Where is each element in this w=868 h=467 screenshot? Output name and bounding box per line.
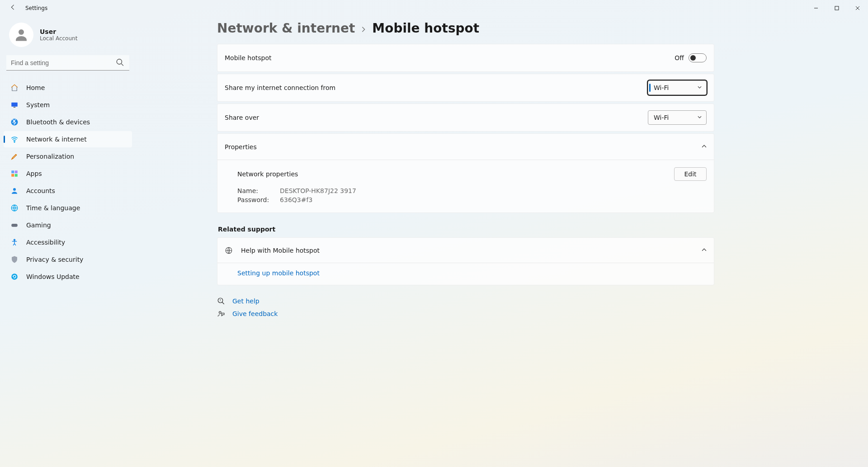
sidebar-item-label: Accounts <box>26 187 55 194</box>
sidebar-item-home[interactable]: Home <box>4 80 132 96</box>
sidebar-item-label: Gaming <box>26 222 51 229</box>
user-name: User <box>40 28 77 35</box>
give-feedback-link[interactable]: Give feedback <box>217 310 714 318</box>
svg-line-22 <box>222 302 224 304</box>
sidebar-item-label: Home <box>26 84 45 91</box>
svg-point-15 <box>13 188 16 191</box>
sidebar-item-privacy[interactable]: Privacy & security <box>4 251 132 268</box>
brush-icon <box>9 152 20 160</box>
window-controls <box>806 1 868 15</box>
svg-point-18 <box>14 239 15 241</box>
chevron-right-icon <box>360 24 367 35</box>
svg-point-24 <box>219 311 222 314</box>
chevron-down-icon <box>698 85 702 90</box>
update-icon <box>9 273 20 281</box>
back-button[interactable] <box>8 4 17 12</box>
sidebar-item-personalization[interactable]: Personalization <box>4 148 132 165</box>
properties-expander-head[interactable]: Properties <box>217 134 714 160</box>
sidebar-item-accessibility[interactable]: Accessibility <box>4 234 132 250</box>
close-button[interactable] <box>847 1 868 15</box>
select-value: Wi-Fi <box>654 84 669 91</box>
accessibility-icon <box>9 238 20 246</box>
sidebar-item-label: Accessibility <box>26 239 65 246</box>
nav: Home System Bluetooth & devices Network … <box>4 80 132 285</box>
card-share-from: Share my internet connection from Wi-Fi <box>217 74 714 102</box>
person-icon <box>9 187 20 195</box>
svg-rect-13 <box>11 174 14 177</box>
globe-help-icon <box>225 246 234 255</box>
svg-rect-11 <box>11 170 14 173</box>
prop-pass-key: Password: <box>237 196 269 203</box>
svg-line-6 <box>121 64 123 66</box>
svg-text:?: ? <box>219 299 221 302</box>
user-profile[interactable]: User Local Account <box>4 19 132 55</box>
bluetooth-icon <box>9 118 20 126</box>
sidebar-item-update[interactable]: Windows Update <box>4 269 132 285</box>
footer-links: ? Get help Give feedback <box>217 297 714 318</box>
properties-title: Properties <box>225 143 257 151</box>
search-wrap <box>6 55 129 71</box>
share-from-label: Share my internet connection from <box>225 84 335 91</box>
sidebar-item-label: System <box>26 101 50 108</box>
hotspot-state-label: Off <box>675 54 684 61</box>
sidebar-item-time[interactable]: Time & language <box>4 200 132 216</box>
minimize-button[interactable] <box>806 1 826 15</box>
home-icon <box>9 84 20 92</box>
card-properties: Properties Network properties Edit Name: <box>217 133 714 213</box>
card-share-over: Share over Wi-Fi <box>217 104 714 132</box>
titlebar: Settings <box>0 0 868 16</box>
svg-rect-8 <box>14 107 16 108</box>
edit-button[interactable]: Edit <box>674 167 707 181</box>
svg-point-10 <box>14 142 15 142</box>
prop-name-value: DESKTOP-HK87J22 3917 <box>280 187 356 194</box>
gamepad-icon <box>9 221 20 229</box>
sidebar-item-apps[interactable]: Apps <box>4 165 132 182</box>
user-sub: Local Account <box>40 35 77 42</box>
sidebar-item-label: Apps <box>26 170 42 177</box>
svg-rect-17 <box>11 224 18 227</box>
get-help-link[interactable]: ? Get help <box>217 297 714 305</box>
network-properties-label: Network properties <box>237 170 298 178</box>
help-expander-head[interactable]: Help with Mobile hotspot <box>217 238 714 263</box>
breadcrumb-parent[interactable]: Network & internet <box>217 21 355 36</box>
svg-rect-7 <box>11 103 18 107</box>
svg-point-5 <box>117 59 122 64</box>
maximize-button[interactable] <box>826 1 847 15</box>
shield-icon <box>9 255 20 264</box>
sidebar-item-network[interactable]: Network & internet <box>4 131 132 147</box>
page-title: Mobile hotspot <box>372 21 479 36</box>
sidebar-item-system[interactable]: System <box>4 97 132 113</box>
card-hotspot: Mobile hotspot Off <box>217 44 714 72</box>
related-support-title: Related support <box>218 226 714 233</box>
prop-name-key: Name: <box>237 187 269 194</box>
globe-clock-icon <box>9 204 20 212</box>
chevron-down-icon <box>698 115 702 120</box>
system-icon <box>9 101 20 109</box>
search-input[interactable] <box>6 55 129 71</box>
svg-rect-14 <box>15 174 18 177</box>
chevron-up-icon <box>702 144 707 150</box>
sidebar-item-label: Privacy & security <box>26 256 83 263</box>
feedback-icon <box>217 310 225 318</box>
hotspot-toggle[interactable] <box>689 53 707 62</box>
share-over-label: Share over <box>225 114 259 121</box>
properties-body: Network properties Edit Name: DESKTOP-HK… <box>217 160 714 212</box>
svg-point-19 <box>11 274 18 280</box>
svg-rect-12 <box>15 170 18 173</box>
main: Network & internet Mobile hotspot Mobile… <box>136 16 868 467</box>
help-link[interactable]: Setting up mobile hotspot <box>237 269 320 277</box>
sidebar-item-gaming[interactable]: Gaming <box>4 217 132 233</box>
share-over-select[interactable]: Wi-Fi <box>648 110 707 125</box>
sidebar-item-label: Time & language <box>26 204 80 212</box>
share-from-select[interactable]: Wi-Fi <box>648 80 707 95</box>
help-body: Setting up mobile hotspot <box>217 263 714 285</box>
help-title: Help with Mobile hotspot <box>241 247 320 254</box>
sidebar-item-bluetooth[interactable]: Bluetooth & devices <box>4 114 132 130</box>
sidebar-item-label: Network & internet <box>26 136 87 143</box>
select-value: Wi-Fi <box>654 114 669 121</box>
help-search-icon: ? <box>217 297 225 305</box>
sidebar-item-label: Windows Update <box>26 273 80 280</box>
sidebar-item-accounts[interactable]: Accounts <box>4 183 132 199</box>
breadcrumb: Network & internet Mobile hotspot <box>217 21 714 36</box>
sidebar-item-label: Personalization <box>26 153 74 160</box>
